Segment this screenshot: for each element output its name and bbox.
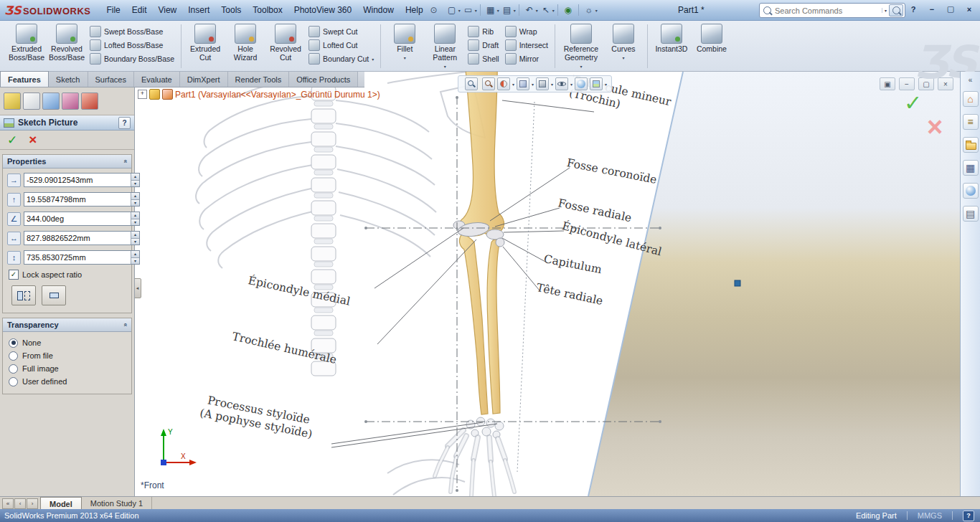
intersect-button[interactable]: Intersect bbox=[505, 39, 548, 51]
save-icon[interactable]: ▦ bbox=[484, 4, 498, 16]
spin-down-icon[interactable]: ▾ bbox=[131, 238, 139, 245]
angle-input[interactable] bbox=[24, 212, 131, 225]
spinner[interactable]: ▴▾ bbox=[131, 174, 139, 186]
lofted-cut-button[interactable]: Lofted Cut bbox=[308, 39, 374, 51]
tab-surfaces[interactable]: Surfaces bbox=[88, 72, 134, 87]
menu-insert[interactable]: Insert bbox=[182, 2, 215, 18]
chevron-down-icon[interactable]: ▾ bbox=[580, 64, 582, 69]
status-help-icon[interactable]: ? bbox=[963, 511, 974, 521]
display-manager-tab-icon[interactable] bbox=[81, 92, 98, 110]
units-label[interactable]: MMGS bbox=[918, 511, 942, 520]
custom-properties-icon[interactable]: ▤ bbox=[963, 206, 979, 222]
boundary-cut-button[interactable]: Boundary Cut▾ bbox=[308, 53, 374, 65]
linear-pattern-button[interactable]: Linear Pattern ▾ bbox=[425, 22, 465, 70]
task-pane-collapse-icon[interactable]: « bbox=[969, 76, 973, 84]
curves-button[interactable]: Curves ▾ bbox=[603, 22, 644, 70]
spin-down-icon[interactable]: ▾ bbox=[131, 257, 139, 265]
chevron-down-icon[interactable]: ▾ bbox=[475, 8, 477, 13]
properties-group-header[interactable]: Properties « bbox=[3, 155, 131, 169]
height-input[interactable] bbox=[24, 251, 131, 264]
tab-evaluate[interactable]: Evaluate bbox=[134, 72, 180, 87]
confirm-ok-icon[interactable]: ✓ bbox=[904, 90, 922, 115]
spin-down-icon[interactable]: ▾ bbox=[131, 219, 139, 226]
feature-tree-label[interactable]: Part1 (Varsayılan<<Varsayılan>_Görüntü D… bbox=[175, 90, 380, 100]
shell-button[interactable]: Shell bbox=[468, 53, 499, 65]
swept-cut-button[interactable]: Swept Cut bbox=[308, 26, 374, 37]
hide-show-items-icon[interactable] bbox=[555, 77, 568, 90]
chevron-down-icon[interactable]: ▾ bbox=[595, 8, 598, 13]
display-style-icon[interactable] bbox=[536, 77, 549, 90]
chevron-down-icon[interactable]: ▾ bbox=[536, 8, 538, 13]
options-icon[interactable]: ☼ bbox=[582, 4, 596, 16]
dimxpert-manager-tab-icon[interactable] bbox=[62, 92, 79, 110]
feature-tree-root[interactable]: + Part1 (Varsayılan<<Varsayılan>_Görüntü… bbox=[138, 89, 380, 100]
tab-render-tools[interactable]: Render Tools bbox=[228, 72, 290, 87]
property-manager-tab-icon[interactable] bbox=[4, 92, 21, 110]
tab-scroll-next-icon[interactable]: › bbox=[27, 498, 38, 509]
app-minimize-button[interactable]: − bbox=[924, 3, 940, 15]
y-position-input[interactable] bbox=[24, 193, 131, 206]
search-go-button[interactable] bbox=[889, 4, 903, 16]
chevron-down-icon[interactable]: ▾ bbox=[605, 82, 607, 87]
spin-up-icon[interactable]: ▴ bbox=[131, 232, 139, 238]
undo-icon[interactable]: ↶ bbox=[522, 4, 537, 16]
doc-restore-icon[interactable]: ▣ bbox=[880, 77, 895, 90]
chevron-down-icon[interactable]: ▾ bbox=[372, 57, 374, 62]
width-input[interactable] bbox=[24, 232, 131, 245]
chevron-down-icon[interactable]: ▾ bbox=[458, 8, 461, 13]
revolved-cut-button[interactable]: Revolved Cut bbox=[265, 22, 306, 70]
spinner[interactable]: ▴▾ bbox=[131, 232, 139, 245]
draft-button[interactable]: Draft bbox=[468, 39, 499, 51]
chevron-down-icon[interactable]: ▾ bbox=[444, 64, 446, 69]
menu-tools[interactable]: Tools bbox=[215, 2, 247, 18]
chevron-down-icon[interactable]: ▾ bbox=[404, 55, 406, 60]
chevron-down-icon[interactable]: ▾ bbox=[512, 82, 514, 87]
transparency-none-radio[interactable] bbox=[9, 338, 18, 348]
transparency-full-image-radio[interactable] bbox=[9, 364, 18, 374]
menu-photoview[interactable]: PhotoView 360 bbox=[288, 2, 358, 18]
menu-help[interactable]: Help bbox=[400, 2, 429, 18]
model-tab[interactable]: Model bbox=[40, 497, 82, 510]
chevron-down-icon[interactable]: ▾ bbox=[514, 8, 516, 13]
zoom-fit-icon[interactable] bbox=[465, 77, 478, 90]
reference-geometry-button[interactable]: Reference Geometry ▾ bbox=[559, 22, 603, 70]
chevron-down-icon[interactable]: ▾ bbox=[882, 8, 889, 13]
fillet-button[interactable]: Fillet ▾ bbox=[385, 22, 425, 70]
lock-aspect-checkbox[interactable]: ✓ bbox=[9, 270, 19, 280]
spinner[interactable]: ▴▾ bbox=[131, 251, 139, 264]
tree-expand-icon[interactable]: + bbox=[138, 90, 147, 99]
chevron-down-icon[interactable]: ▾ bbox=[532, 82, 534, 87]
cancel-button[interactable]: × bbox=[29, 135, 37, 145]
chevron-down-icon[interactable]: ▾ bbox=[570, 82, 573, 87]
menu-file[interactable]: File bbox=[100, 2, 126, 18]
section-view-icon[interactable] bbox=[497, 77, 510, 90]
menu-edit[interactable]: Edit bbox=[126, 2, 153, 18]
tab-sketch[interactable]: Sketch bbox=[49, 72, 88, 87]
menu-window[interactable]: Window bbox=[357, 2, 400, 18]
resize-handle[interactable] bbox=[735, 280, 740, 286]
collapse-chevron-icon[interactable]: « bbox=[121, 323, 128, 326]
rebuild-icon[interactable]: ◉ bbox=[561, 4, 575, 16]
tab-scroll-first-icon[interactable]: « bbox=[2, 498, 14, 509]
instant3d-button[interactable]: Instant3D bbox=[651, 22, 692, 70]
transparency-group-header[interactable]: Transparency « bbox=[3, 318, 131, 332]
chevron-down-icon[interactable]: ▾ bbox=[497, 8, 499, 13]
spinner[interactable]: ▴▾ bbox=[131, 193, 139, 206]
configuration-manager-tab-icon[interactable] bbox=[42, 92, 60, 110]
tab-dimxpert[interactable]: DimXpert bbox=[180, 72, 228, 87]
menu-view[interactable]: View bbox=[152, 2, 182, 18]
spin-down-icon[interactable]: ▾ bbox=[131, 180, 139, 187]
extruded-cut-button[interactable]: Extruded Cut bbox=[185, 22, 225, 70]
mirror-button[interactable]: Mirror bbox=[505, 53, 548, 65]
panel-splitter-handle[interactable]: ◂ bbox=[135, 278, 141, 298]
zoom-area-icon[interactable] bbox=[482, 77, 495, 90]
app-close-button[interactable]: × bbox=[961, 3, 977, 15]
spin-up-icon[interactable]: ▴ bbox=[131, 212, 139, 219]
select-icon[interactable]: ↖ bbox=[539, 4, 553, 16]
chevron-down-icon[interactable]: ▾ bbox=[551, 82, 553, 87]
spin-up-icon[interactable]: ▴ bbox=[131, 193, 139, 199]
apply-scene-icon[interactable] bbox=[590, 77, 603, 90]
ok-button[interactable]: ✓ bbox=[7, 133, 17, 148]
feature-manager-tab-icon[interactable] bbox=[23, 92, 40, 110]
file-explorer-icon[interactable] bbox=[963, 137, 979, 153]
